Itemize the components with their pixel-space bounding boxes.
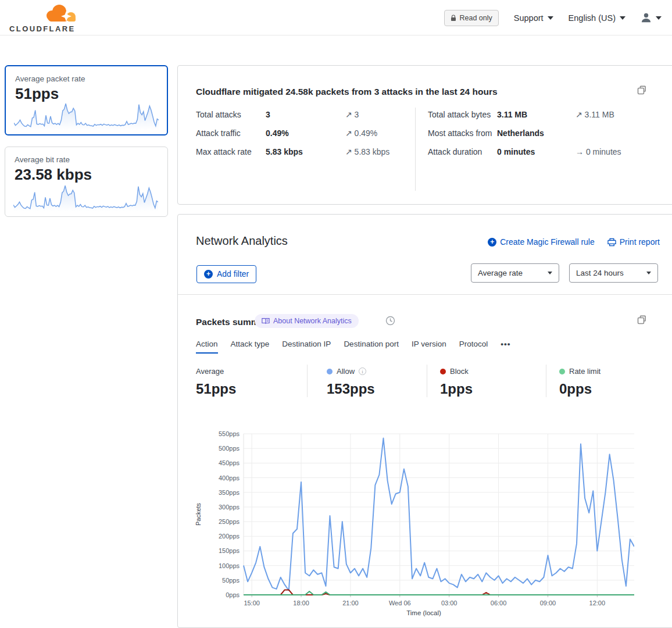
svg-text:21:00: 21:00 — [342, 600, 359, 606]
chevron-down-icon — [548, 16, 553, 20]
plus-icon: + — [488, 238, 496, 247]
delta-right: → 0 minutes — [576, 146, 621, 158]
add-filter-button[interactable]: + Add filter — [196, 265, 256, 283]
chevron-down-icon — [620, 16, 625, 20]
account-menu[interactable] — [641, 12, 662, 23]
stat-rate-limit: Rate limit 0pps — [546, 365, 662, 397]
network-analytics-panel: Network Analytics + Create Magic Firewal… — [177, 214, 672, 628]
about-network-analytics-badge[interactable]: About Network Analytics — [255, 314, 359, 328]
tab-destination-ip[interactable]: Destination IP — [282, 340, 331, 354]
legend-stats-row: Average 51pps Allow i 153pps Block 1pps … — [196, 365, 662, 397]
metric-card-bit-rate[interactable]: Average bit rate 23.58 kbps — [5, 147, 168, 217]
delta-up: ↗ 3.11 MB — [576, 109, 614, 121]
svg-text:550pps: 550pps — [219, 430, 240, 437]
page-title: Network Analytics — [196, 234, 288, 248]
rate-limit-dot — [559, 369, 565, 374]
svg-text:18:00: 18:00 — [293, 600, 309, 606]
chevron-down-icon — [646, 272, 651, 274]
print-report-link[interactable]: Print report — [607, 237, 660, 247]
copy-icon[interactable] — [637, 315, 646, 324]
svg-text:09:00: 09:00 — [540, 600, 556, 606]
block-dot — [440, 369, 446, 374]
svg-text:350pps: 350pps — [219, 489, 240, 496]
plus-icon: + — [204, 270, 213, 279]
divider — [415, 108, 416, 191]
svg-text:200pps: 200pps — [219, 533, 240, 540]
attack-summary-panel: Cloudflare mitigated 24.58k packets from… — [177, 65, 672, 205]
svg-text:15:00: 15:00 — [244, 600, 260, 606]
support-menu[interactable]: Support — [514, 13, 553, 23]
info-icon[interactable]: i — [359, 367, 366, 375]
metric-select[interactable]: Average rate — [471, 263, 559, 283]
svg-text:450pps: 450pps — [219, 459, 240, 466]
time-range-select[interactable]: Last 24 hours — [569, 263, 658, 283]
cloudflare-wordmark: CLOUDFLARE — [9, 24, 79, 33]
svg-text:300pps: 300pps — [219, 504, 240, 511]
read-only-badge: Read only — [444, 10, 499, 26]
stat-average: Average 51pps — [196, 365, 307, 397]
tab-destination-port[interactable]: Destination port — [344, 340, 399, 354]
dimension-tabs: Action Attack type Destination IP Destin… — [196, 340, 510, 354]
create-magic-firewall-rule-link[interactable]: + Create Magic Firewall rule — [488, 237, 595, 247]
metric-card-value: 23.58 kbps — [15, 166, 158, 184]
packet-rate-sparkline — [14, 101, 159, 130]
metric-card-label: Average bit rate — [15, 155, 158, 164]
stat-block: Block 1pps — [427, 365, 546, 397]
stat-row: Attack traffic 0.49% ↗ 0.49% — [196, 127, 389, 140]
chevron-down-icon — [656, 16, 662, 20]
cloudflare-cloud-icon — [41, 3, 79, 23]
stat-row: Total attacks 3 ↗ 3 — [196, 109, 389, 121]
svg-text:250pps: 250pps — [219, 518, 240, 525]
stat-allow: Allow i 153pps — [307, 365, 427, 397]
stat-row: Most attacks from Netherlands — [428, 127, 666, 140]
lock-icon — [451, 15, 456, 22]
svg-text:400pps: 400pps — [219, 474, 240, 481]
summary-left-stats: Total attacks 3 ↗ 3 Attack traffic 0.49%… — [196, 109, 389, 165]
metric-card-label: Average packet rate — [15, 74, 158, 83]
cloudflare-logo[interactable]: CLOUDFLARE — [9, 3, 79, 33]
svg-text:Time (local): Time (local) — [406, 609, 441, 616]
tab-protocol[interactable]: Protocol — [459, 340, 488, 354]
svg-text:Packets: Packets — [195, 502, 202, 526]
svg-text:12:00: 12:00 — [589, 600, 606, 606]
tab-action[interactable]: Action — [196, 340, 218, 354]
metric-card-packet-rate[interactable]: Average packet rate 51pps — [5, 65, 168, 135]
tab-attack-type[interactable]: Attack type — [231, 340, 270, 354]
tabs-more-button[interactable]: ••• — [501, 340, 510, 354]
stat-row: Attack duration 0 minutes → 0 minutes — [428, 146, 666, 158]
chevron-down-icon — [548, 272, 552, 274]
svg-text:06:00: 06:00 — [491, 600, 507, 606]
user-icon — [641, 12, 652, 23]
divider — [178, 294, 672, 295]
delta-up: ↗ 0.49% — [345, 127, 377, 140]
tab-ip-version[interactable]: IP version — [412, 340, 446, 354]
printer-icon — [607, 238, 616, 247]
stat-row: Max attack rate 5.83 kbps ↗ 5.83 kbps — [196, 146, 389, 158]
svg-text:03:00: 03:00 — [441, 600, 457, 606]
svg-text:0pps: 0pps — [226, 591, 240, 598]
delta-up: ↗ 5.83 kbps — [345, 146, 389, 158]
svg-text:150pps: 150pps — [219, 547, 240, 554]
packets-time-series-chart: 0pps50pps100pps150pps200pps250pps300pps3… — [192, 428, 634, 623]
top-header: CLOUDFLARE Read only Support English (US… — [0, 0, 672, 35]
bit-rate-sparkline — [13, 183, 158, 212]
svg-text:100pps: 100pps — [219, 562, 240, 569]
summary-right-stats: Total attack bytes 3.11 MB ↗ 3.11 MB Mos… — [428, 109, 666, 165]
svg-text:50pps: 50pps — [222, 577, 240, 584]
allow-dot — [327, 369, 333, 374]
stat-row: Total attack bytes 3.11 MB ↗ 3.11 MB — [428, 109, 666, 121]
book-icon — [262, 317, 270, 324]
history-clock-icon[interactable] — [385, 316, 395, 326]
copy-icon[interactable] — [637, 85, 646, 95]
read-only-label: Read only — [460, 14, 492, 22]
svg-text:500pps: 500pps — [219, 445, 240, 452]
language-menu[interactable]: English (US) — [569, 13, 625, 23]
svg-text:Wed 06: Wed 06 — [389, 600, 411, 606]
summary-title: Cloudflare mitigated 24.58k packets from… — [196, 87, 498, 97]
delta-up: ↗ 3 — [345, 109, 359, 121]
